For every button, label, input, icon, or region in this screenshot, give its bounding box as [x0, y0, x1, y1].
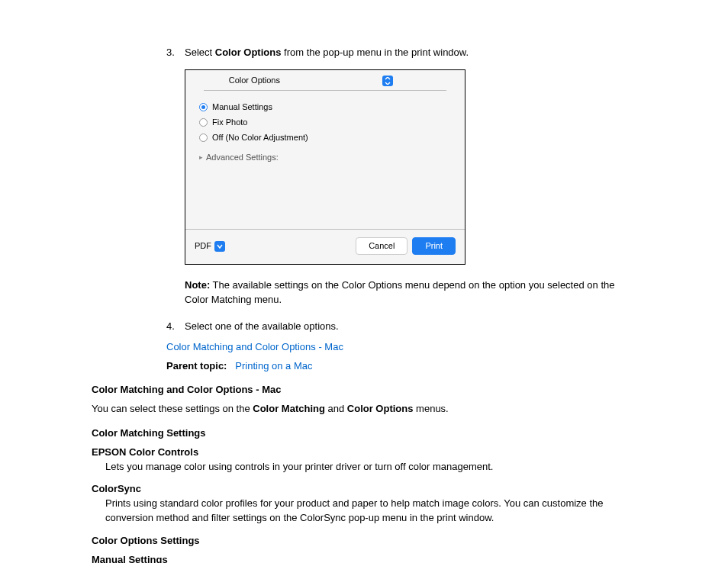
radio-label: Off (No Color Adjustment) — [212, 132, 308, 144]
step-text: Select one of the available options. — [185, 320, 636, 334]
print-dialog-screenshot: Color Options Manual Settings Fix Photo … — [185, 69, 465, 265]
advanced-settings-disclosure: ▸ Advanced Settings: — [185, 147, 465, 169]
intro-text: You can select these settings on the Col… — [92, 402, 636, 417]
term-colorsync: ColorSync — [92, 482, 636, 497]
radio-fix-photo: Fix Photo — [199, 115, 456, 130]
parent-topic-row: Parent topic: Printing on a Mac — [166, 359, 636, 374]
subheading-color-options: Color Options Settings — [92, 534, 636, 549]
link-parent-topic[interactable]: Printing on a Mac — [235, 360, 312, 372]
popup-menu-arrows-icon — [382, 76, 393, 86]
subheading-color-matching: Color Matching Settings — [92, 426, 636, 441]
pdf-menu: PDF — [195, 240, 225, 253]
link-color-matching-options[interactable]: Color Matching and Color Options - Mac — [166, 341, 343, 352]
note-label: Note: — [185, 279, 210, 291]
radio-label: Fix Photo — [212, 117, 247, 129]
bold-term: Color Options — [347, 403, 414, 414]
text: from the pop-up menu in the print window… — [281, 47, 469, 58]
chevron-down-icon — [214, 241, 225, 252]
desc-epson-controls: Lets you manage color using controls in … — [105, 460, 636, 475]
step-number: 3. — [166, 46, 185, 60]
bold-term: Color Options — [215, 47, 282, 58]
term-manual-settings: Manual Settings — [92, 553, 636, 563]
section-heading: Color Matching and Color Options - Mac — [92, 383, 636, 397]
note: Note: The available settings on the Colo… — [185, 278, 636, 307]
dialog-body-spacer — [185, 169, 465, 230]
note-text: The available settings on the Color Opti… — [185, 279, 614, 305]
text: You can select these settings on the — [92, 403, 253, 414]
bold-term: Color Matching — [253, 403, 325, 414]
step-3: 3. Select Color Options from the pop-up … — [166, 46, 636, 60]
radio-group: Manual Settings Fix Photo Off (No Color … — [185, 98, 465, 147]
desc-colorsync: Prints using standard color profiles for… — [105, 497, 636, 526]
parent-topic-label: Parent topic: — [166, 360, 227, 372]
text: Select — [185, 47, 215, 58]
text: and — [325, 403, 347, 414]
pdf-label: PDF — [195, 240, 211, 253]
popup-menu-label: Color Options — [204, 75, 280, 87]
term-epson-controls: EPSON Color Controls — [92, 446, 636, 460]
step-text: Select Color Options from the pop-up men… — [185, 46, 636, 60]
dialog-footer: PDF Cancel Print — [185, 230, 465, 265]
radio-off: Off (No Color Adjustment) — [199, 130, 456, 146]
radio-label: Manual Settings — [212, 101, 272, 114]
print-button: Print — [412, 237, 456, 256]
radio-manual-settings: Manual Settings — [199, 100, 456, 115]
disclosure-label: Advanced Settings: — [206, 152, 279, 164]
text: menus. — [413, 403, 448, 414]
related-link: Color Matching and Color Options - Mac — [166, 340, 636, 355]
radio-selected-icon — [199, 103, 208, 111]
radio-icon — [199, 118, 208, 127]
step-4: 4. Select one of the available options. — [166, 320, 636, 334]
chevron-right-icon: ▸ — [199, 153, 203, 162]
radio-icon — [199, 134, 208, 142]
step-number: 4. — [166, 320, 185, 334]
cancel-button: Cancel — [356, 237, 407, 256]
